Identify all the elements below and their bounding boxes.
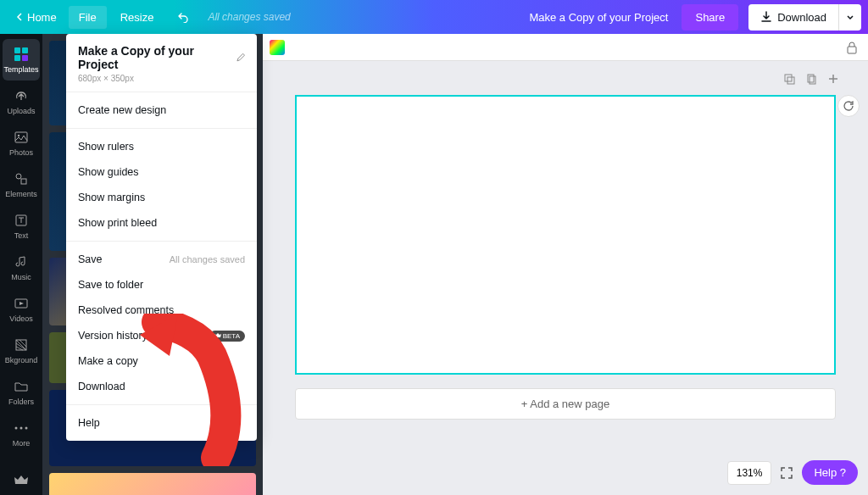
rail-photos[interactable]: Photos <box>3 122 40 164</box>
rail-label: More <box>13 439 31 448</box>
share-button[interactable]: Share <box>682 4 738 31</box>
pencil-icon <box>236 53 245 63</box>
download-icon <box>760 11 772 23</box>
file-menu-title[interactable]: Make a Copy of your Project <box>78 44 245 71</box>
lock-button[interactable] <box>846 41 858 54</box>
save-status: All changes saved <box>208 11 290 23</box>
canvas-area: + Add a new page <box>263 34 868 495</box>
refresh-icon <box>843 100 854 112</box>
rail-crown[interactable] <box>3 464 40 495</box>
music-icon <box>13 253 30 270</box>
rail-music[interactable]: Music <box>3 247 40 288</box>
crown-icon <box>214 332 221 339</box>
lock-icon <box>846 41 858 54</box>
svg-rect-17 <box>808 75 814 82</box>
svg-rect-3 <box>22 55 28 61</box>
rail-label: Elements <box>5 190 37 198</box>
rail-label: Videos <box>9 314 32 323</box>
crown-icon <box>13 471 30 488</box>
copy-page-button[interactable] <box>804 71 819 86</box>
rail-elements[interactable]: Elements <box>3 164 40 205</box>
svg-rect-18 <box>810 76 815 84</box>
download-more-button[interactable] <box>838 4 861 31</box>
menu-create-new[interactable]: Create new design <box>66 97 257 123</box>
undo-icon <box>175 11 189 23</box>
svg-point-12 <box>20 427 23 430</box>
menu-save[interactable]: Save All changes saved <box>66 247 257 272</box>
menu-resolved-comments[interactable]: Resolved comments <box>66 298 257 323</box>
duplicate-page-button[interactable] <box>782 71 797 86</box>
canvas-page[interactable] <box>295 95 836 375</box>
rail-uploads[interactable]: Uploads <box>3 81 40 122</box>
download-label: Download <box>777 11 826 24</box>
svg-rect-2 <box>14 55 20 61</box>
add-new-page-button[interactable]: + Add a new page <box>295 388 836 420</box>
file-button[interactable]: File <box>69 6 107 29</box>
rail-templates[interactable]: Templates <box>3 39 40 81</box>
templates-icon <box>13 46 30 63</box>
help-button[interactable]: Help ? <box>802 460 858 485</box>
menu-save-to-folder[interactable]: Save to folder <box>66 272 257 298</box>
rail-text[interactable]: Text <box>3 205 40 247</box>
svg-point-13 <box>25 427 28 430</box>
rail-background[interactable]: Bkground <box>3 330 40 371</box>
page-controls <box>782 71 841 86</box>
home-button[interactable]: Home <box>7 6 65 29</box>
rail-folders[interactable]: Folders <box>3 371 40 413</box>
file-menu-title-text: Make a Copy of your Project <box>78 44 231 71</box>
project-name[interactable]: Make a Copy of your Project <box>529 11 668 24</box>
svg-rect-1 <box>22 47 28 53</box>
menu-help[interactable]: Help <box>66 410 257 436</box>
svg-rect-15 <box>785 75 792 81</box>
download-button[interactable]: Download <box>748 4 838 31</box>
menu-save-label: Save <box>78 253 103 265</box>
menu-save-status: All changes saved <box>170 254 245 264</box>
menu-show-rulers[interactable]: Show rulers <box>66 134 257 159</box>
svg-point-11 <box>15 427 18 430</box>
svg-point-5 <box>18 135 19 136</box>
download-group: Download <box>748 4 861 31</box>
chevron-left-icon <box>15 13 24 21</box>
rail-videos[interactable]: Videos <box>3 288 40 330</box>
topbar-left: Home File Resize All changes saved <box>7 6 291 29</box>
home-label: Home <box>27 11 57 24</box>
photos-icon <box>13 129 30 146</box>
bottom-controls: 131% Help ? <box>727 460 858 485</box>
fullscreen-button[interactable] <box>780 466 793 480</box>
canvas-scroll[interactable]: + Add a new page <box>263 61 868 495</box>
rail-label: Bkground <box>5 356 38 364</box>
more-icon <box>13 420 30 437</box>
undo-button[interactable] <box>167 6 198 28</box>
resize-button[interactable]: Resize <box>110 6 164 29</box>
svg-rect-7 <box>21 179 26 184</box>
svg-rect-14 <box>848 47 856 53</box>
menu-version-history[interactable]: Version history BETA <box>66 323 257 348</box>
color-picker[interactable] <box>270 40 285 55</box>
rail-label: Templates <box>3 65 38 74</box>
zoom-level[interactable]: 131% <box>727 461 772 485</box>
chevron-down-icon <box>846 13 854 21</box>
canvas-toolbar <box>263 34 868 61</box>
top-bar: Home File Resize All changes saved Make … <box>0 0 868 34</box>
rail-more[interactable]: More <box>3 413 40 454</box>
rail-label: Folders <box>8 398 34 406</box>
beta-badge: BETA <box>209 331 245 342</box>
text-icon <box>13 212 30 229</box>
folders-icon <box>13 378 30 395</box>
svg-point-6 <box>16 174 21 179</box>
menu-download[interactable]: Download <box>66 374 257 399</box>
menu-show-margins[interactable]: Show margins <box>66 185 257 210</box>
videos-icon <box>13 295 30 312</box>
rail-label: Uploads <box>7 107 35 115</box>
add-page-button[interactable] <box>826 71 841 86</box>
template-card[interactable] <box>49 473 256 495</box>
menu-make-copy[interactable]: Make a copy <box>66 348 257 374</box>
file-menu-dimensions: 680px × 350px <box>78 74 245 83</box>
menu-show-guides[interactable]: Show guides <box>66 159 257 185</box>
menu-show-print-bleed[interactable]: Show print bleed <box>66 210 257 236</box>
elements-icon <box>13 170 30 187</box>
rail-label: Text <box>14 231 29 240</box>
menu-version-label: Version history <box>78 330 147 342</box>
file-menu-header: Make a Copy of your Project 680px × 350p… <box>66 34 257 92</box>
refresh-button[interactable] <box>837 95 860 117</box>
